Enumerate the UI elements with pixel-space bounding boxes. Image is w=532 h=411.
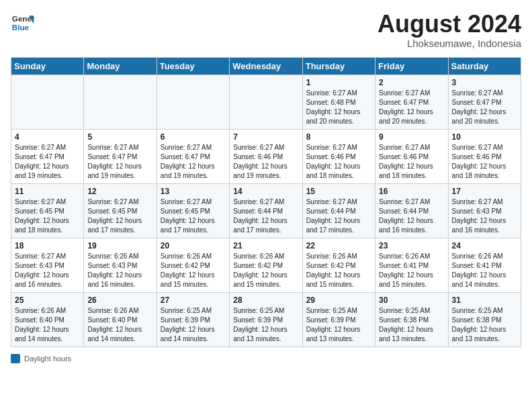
day-number: 9 xyxy=(379,132,444,142)
day-number: 23 xyxy=(379,241,444,250)
day-number: 24 xyxy=(452,241,517,250)
day-info: Sunrise: 6:27 AMSunset: 6:47 PMDaylight:… xyxy=(87,143,152,181)
calendar-day-14: 14Sunrise: 6:27 AMSunset: 6:44 PMDayligh… xyxy=(230,183,302,238)
day-number: 26 xyxy=(87,295,152,305)
header-friday: Friday xyxy=(375,57,448,75)
calendar-day-1: 1Sunrise: 6:27 AMSunset: 6:48 PMDaylight… xyxy=(302,75,375,129)
day-info: Sunrise: 6:26 AMSunset: 6:43 PMDaylight:… xyxy=(87,252,152,289)
calendar-day-25: 25Sunrise: 6:26 AMSunset: 6:40 PMDayligh… xyxy=(11,292,84,347)
day-info: Sunrise: 6:27 AMSunset: 6:47 PMDaylight:… xyxy=(161,143,226,181)
month-year: August 2024 xyxy=(378,11,521,38)
day-info: Sunrise: 6:27 AMSunset: 6:45 PMDaylight:… xyxy=(87,197,152,235)
calendar-day-18: 18Sunrise: 6:27 AMSunset: 6:43 PMDayligh… xyxy=(11,238,84,292)
calendar-day-31: 31Sunrise: 6:25 AMSunset: 6:38 PMDayligh… xyxy=(448,292,521,347)
day-info: Sunrise: 6:25 AMSunset: 6:39 PMDaylight:… xyxy=(233,306,298,344)
calendar-week-4: 18Sunrise: 6:27 AMSunset: 6:43 PMDayligh… xyxy=(11,238,521,292)
day-info: Sunrise: 6:26 AMSunset: 6:42 PMDaylight:… xyxy=(161,252,226,289)
day-number: 31 xyxy=(452,295,517,305)
location: Lhokseumawe, Indonesia xyxy=(378,38,521,49)
calendar-week-1: 1Sunrise: 6:27 AMSunset: 6:48 PMDaylight… xyxy=(11,75,521,129)
day-info: Sunrise: 6:27 AMSunset: 6:46 PMDaylight:… xyxy=(306,143,371,181)
header-monday: Monday xyxy=(84,57,157,75)
calendar-day-19: 19Sunrise: 6:26 AMSunset: 6:43 PMDayligh… xyxy=(84,238,157,292)
day-number: 7 xyxy=(233,132,298,142)
calendar-day-27: 27Sunrise: 6:25 AMSunset: 6:39 PMDayligh… xyxy=(157,292,229,347)
footer-label: Daylight hours xyxy=(24,355,71,363)
day-info: Sunrise: 6:27 AMSunset: 6:47 PMDaylight:… xyxy=(15,143,80,181)
header-wednesday: Wednesday xyxy=(230,57,302,75)
day-number: 30 xyxy=(379,295,444,305)
day-number: 1 xyxy=(306,78,371,87)
day-number: 13 xyxy=(161,187,226,196)
calendar-table: SundayMondayTuesdayWednesdayThursdayFrid… xyxy=(11,57,521,347)
calendar-day-22: 22Sunrise: 6:26 AMSunset: 6:42 PMDayligh… xyxy=(302,238,375,292)
calendar-empty-cell xyxy=(230,75,302,129)
calendar-day-11: 11Sunrise: 6:27 AMSunset: 6:45 PMDayligh… xyxy=(11,183,84,238)
day-number: 8 xyxy=(306,132,371,142)
page-header: General Blue August 2024 Lhokseumawe, In… xyxy=(11,11,521,49)
day-info: Sunrise: 6:27 AMSunset: 6:44 PMDaylight:… xyxy=(233,197,298,235)
calendar-week-2: 4Sunrise: 6:27 AMSunset: 6:47 PMDaylight… xyxy=(11,129,521,183)
calendar-day-24: 24Sunrise: 6:26 AMSunset: 6:41 PMDayligh… xyxy=(448,238,521,292)
day-number: 28 xyxy=(233,295,298,305)
day-info: Sunrise: 6:25 AMSunset: 6:39 PMDaylight:… xyxy=(161,306,226,344)
day-info: Sunrise: 6:27 AMSunset: 6:45 PMDaylight:… xyxy=(15,197,80,235)
day-number: 20 xyxy=(161,241,226,250)
calendar-day-6: 6Sunrise: 6:27 AMSunset: 6:47 PMDaylight… xyxy=(157,129,229,183)
day-info: Sunrise: 6:26 AMSunset: 6:42 PMDaylight:… xyxy=(306,252,371,289)
day-info: Sunrise: 6:26 AMSunset: 6:42 PMDaylight:… xyxy=(233,252,298,289)
calendar-day-17: 17Sunrise: 6:27 AMSunset: 6:43 PMDayligh… xyxy=(448,183,521,238)
day-info: Sunrise: 6:26 AMSunset: 6:41 PMDaylight:… xyxy=(379,252,444,289)
day-info: Sunrise: 6:26 AMSunset: 6:41 PMDaylight:… xyxy=(452,252,517,289)
day-info: Sunrise: 6:26 AMSunset: 6:40 PMDaylight:… xyxy=(87,306,152,344)
day-number: 12 xyxy=(87,187,152,196)
calendar-empty-cell xyxy=(84,75,157,129)
day-info: Sunrise: 6:27 AMSunset: 6:46 PMDaylight:… xyxy=(379,143,444,181)
day-number: 3 xyxy=(452,78,517,87)
footer: Daylight hours xyxy=(11,354,521,363)
header-sunday: Sunday xyxy=(11,57,84,75)
title-block: August 2024 Lhokseumawe, Indonesia xyxy=(378,11,521,49)
day-info: Sunrise: 6:27 AMSunset: 6:45 PMDaylight:… xyxy=(161,197,226,235)
day-info: Sunrise: 6:25 AMSunset: 6:39 PMDaylight:… xyxy=(306,306,371,344)
calendar-day-9: 9Sunrise: 6:27 AMSunset: 6:46 PMDaylight… xyxy=(375,129,448,183)
calendar-week-5: 25Sunrise: 6:26 AMSunset: 6:40 PMDayligh… xyxy=(11,292,521,347)
calendar-day-3: 3Sunrise: 6:27 AMSunset: 6:47 PMDaylight… xyxy=(448,75,521,129)
day-number: 16 xyxy=(379,187,444,196)
calendar-header-row: SundayMondayTuesdayWednesdayThursdayFrid… xyxy=(11,57,521,75)
day-info: Sunrise: 6:25 AMSunset: 6:38 PMDaylight:… xyxy=(452,306,517,344)
header-thursday: Thursday xyxy=(302,57,375,75)
calendar-day-4: 4Sunrise: 6:27 AMSunset: 6:47 PMDaylight… xyxy=(11,129,84,183)
footer-dot xyxy=(11,354,20,363)
day-number: 15 xyxy=(306,187,371,196)
day-number: 18 xyxy=(15,241,80,250)
day-number: 11 xyxy=(15,187,80,196)
day-number: 2 xyxy=(379,78,444,87)
calendar-day-30: 30Sunrise: 6:25 AMSunset: 6:38 PMDayligh… xyxy=(375,292,448,347)
calendar-day-28: 28Sunrise: 6:25 AMSunset: 6:39 PMDayligh… xyxy=(230,292,302,347)
day-number: 22 xyxy=(306,241,371,250)
logo-icon: General Blue xyxy=(11,11,35,35)
calendar-day-23: 23Sunrise: 6:26 AMSunset: 6:41 PMDayligh… xyxy=(375,238,448,292)
day-number: 6 xyxy=(161,132,226,142)
calendar-day-8: 8Sunrise: 6:27 AMSunset: 6:46 PMDaylight… xyxy=(302,129,375,183)
day-number: 14 xyxy=(233,187,298,196)
calendar-day-26: 26Sunrise: 6:26 AMSunset: 6:40 PMDayligh… xyxy=(84,292,157,347)
calendar-day-15: 15Sunrise: 6:27 AMSunset: 6:44 PMDayligh… xyxy=(302,183,375,238)
day-info: Sunrise: 6:27 AMSunset: 6:44 PMDaylight:… xyxy=(379,197,444,235)
day-info: Sunrise: 6:26 AMSunset: 6:40 PMDaylight:… xyxy=(15,306,80,344)
calendar-day-5: 5Sunrise: 6:27 AMSunset: 6:47 PMDaylight… xyxy=(84,129,157,183)
calendar-day-2: 2Sunrise: 6:27 AMSunset: 6:47 PMDaylight… xyxy=(375,75,448,129)
day-number: 27 xyxy=(161,295,226,305)
day-info: Sunrise: 6:27 AMSunset: 6:43 PMDaylight:… xyxy=(452,197,517,235)
day-info: Sunrise: 6:27 AMSunset: 6:48 PMDaylight:… xyxy=(306,89,371,126)
calendar-day-16: 16Sunrise: 6:27 AMSunset: 6:44 PMDayligh… xyxy=(375,183,448,238)
calendar-day-13: 13Sunrise: 6:27 AMSunset: 6:45 PMDayligh… xyxy=(157,183,229,238)
calendar-day-10: 10Sunrise: 6:27 AMSunset: 6:46 PMDayligh… xyxy=(448,129,521,183)
day-info: Sunrise: 6:27 AMSunset: 6:47 PMDaylight:… xyxy=(452,89,517,126)
day-number: 19 xyxy=(87,241,152,250)
day-number: 10 xyxy=(452,132,517,142)
day-info: Sunrise: 6:27 AMSunset: 6:47 PMDaylight:… xyxy=(379,89,444,126)
calendar-day-21: 21Sunrise: 6:26 AMSunset: 6:42 PMDayligh… xyxy=(230,238,302,292)
calendar-day-7: 7Sunrise: 6:27 AMSunset: 6:46 PMDaylight… xyxy=(230,129,302,183)
